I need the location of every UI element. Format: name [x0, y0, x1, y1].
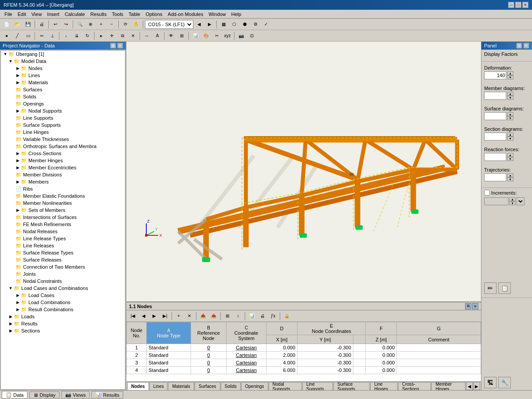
menu-help[interactable]: Help — [229, 11, 244, 18]
table-print-btn[interactable]: 🖨 — [258, 311, 267, 321]
member-hinges-expand[interactable]: ▶ — [15, 158, 20, 163]
filter-tool[interactable]: ⊞ — [177, 31, 187, 41]
increments-dropdown[interactable]: ▼ — [516, 197, 524, 205]
zoom-out-button[interactable]: − — [107, 20, 117, 29]
tree-materials[interactable]: ▶ 📁 Materials — [1, 79, 125, 86]
deformation-down[interactable]: ▼ — [507, 75, 513, 79]
panel-view-btn[interactable]: 🏗 — [484, 377, 497, 388]
moment-tool[interactable]: ↻ — [82, 31, 92, 41]
annotation-tool[interactable]: A — [153, 31, 162, 41]
table-row[interactable]: 3 Standard 0 Cartesian 4.000 -0.300 0.00… — [127, 359, 481, 367]
panel-model-btn[interactable]: 🔧 — [498, 377, 511, 388]
table-export-btn[interactable]: 📤 — [209, 311, 219, 321]
tree-line-supports[interactable]: 📁 Line Supports — [1, 114, 125, 121]
tree-nodal-releases[interactable]: 📁 Nodal Releases — [1, 228, 125, 235]
nav-tab-data[interactable]: 📋 Data — [2, 391, 27, 399]
table-next-btn[interactable]: ▶ — [149, 311, 159, 321]
tree-surface-supports[interactable]: 📁 Surface Supports — [1, 121, 125, 129]
table-excel-btn[interactable]: 📊 — [247, 311, 257, 321]
table-lock-btn[interactable]: 🔒 — [282, 311, 292, 321]
copy-tool[interactable]: ⧉ — [117, 31, 127, 41]
color-btn[interactable]: 🎨 — [201, 31, 211, 41]
visibility-tool[interactable]: 👁 — [166, 31, 176, 41]
table-row[interactable]: 4 Standard 0 Cartesian 6.000 -0.300 0.00… — [127, 367, 481, 374]
table-delete-btn[interactable]: ✕ — [184, 311, 194, 321]
views-btn[interactable]: ⊡ — [247, 31, 257, 41]
delete-tool[interactable]: ✕ — [128, 31, 138, 41]
panel-undock[interactable]: ⧉ — [516, 43, 522, 49]
result-comb-expand[interactable]: ▶ — [15, 307, 20, 312]
increments-up[interactable]: ▲ — [509, 197, 516, 201]
tree-load-cases-combo[interactable]: ▼ 📁 Load Cases and Combinations — [1, 285, 125, 292]
table-first-btn[interactable]: |◀ — [128, 311, 138, 321]
load-comb-expand[interactable]: ▶ — [15, 300, 20, 305]
tree-member-elastic[interactable]: 📁 Member Elastic Foundations — [1, 192, 125, 200]
panel-settings-btn[interactable]: 📋 — [498, 282, 511, 294]
select-tool[interactable]: ▸ — [96, 31, 106, 41]
close-button[interactable]: ✕ — [522, 2, 528, 8]
tree-members[interactable]: ▶ 📁 Members — [1, 178, 125, 185]
lines-expand[interactable]: ▶ — [15, 73, 20, 78]
tree-lines[interactable]: ▶ 📁 Lines — [1, 72, 125, 79]
section-diagrams-input[interactable] — [484, 133, 506, 141]
load-cases-combo-expand[interactable]: ▼ — [8, 286, 13, 291]
maximize-button[interactable]: □ — [515, 2, 521, 8]
calc-button[interactable]: ⚙ — [250, 20, 260, 29]
load-cases-expand[interactable]: ▶ — [15, 293, 20, 298]
table-filter-btn[interactable]: ⊞ — [223, 311, 232, 321]
table-row[interactable]: 1 Standard 0 Cartesian 0.000 -0.300 0.00… — [127, 344, 481, 352]
increments-input[interactable] — [484, 197, 509, 205]
tree-ribs[interactable]: 📄 Ribs — [1, 185, 125, 192]
tab-materials[interactable]: Materials — [168, 382, 194, 390]
coord-btn[interactable]: xyz — [223, 31, 232, 41]
tree-orthotropic[interactable]: 📁 Orthotropic Surfaces and Membra — [1, 143, 125, 150]
tree-result-combinations[interactable]: ▶ 📁 Result Combinations — [1, 306, 125, 313]
menu-table[interactable]: Table — [126, 11, 143, 18]
sections-expand[interactable]: ▶ — [8, 328, 13, 333]
tree-results[interactable]: ▶ 📁 Results — [1, 320, 125, 327]
tree-sets-members[interactable]: ▶ 📁 Sets of Members — [1, 207, 125, 214]
section-diagrams-up[interactable]: ▲ — [507, 133, 513, 137]
dimension-tool[interactable]: ↔ — [142, 31, 152, 41]
save-button[interactable]: 💾 — [23, 20, 33, 29]
tabs-scroll-right[interactable]: ▶ — [473, 382, 480, 390]
tree-surface-release-types[interactable]: 📁 Surface Release Types — [1, 249, 125, 256]
load-tool[interactable]: ↓ — [61, 31, 71, 41]
panel-edit-btn[interactable]: ✏ — [484, 282, 497, 294]
reaction-forces-down[interactable]: ▼ — [507, 157, 513, 161]
support-tool[interactable]: ⊥ — [47, 31, 57, 41]
tab-nodes[interactable]: Nodes — [127, 382, 149, 390]
zoom-in-button[interactable]: + — [96, 20, 106, 29]
tree-loads[interactable]: ▶ 📁 Loads — [1, 313, 125, 320]
root-expand[interactable]: ▼ — [3, 51, 8, 57]
cross-sections-expand[interactable]: ▶ — [15, 151, 20, 156]
model-data-expand[interactable]: ▼ — [8, 59, 13, 64]
new-button[interactable]: 📄 — [2, 20, 12, 29]
menu-options[interactable]: Options — [143, 11, 165, 18]
menu-addon[interactable]: Add-on Modules — [165, 11, 206, 18]
tree-line-hinges[interactable]: 📁 Line Hinges — [1, 129, 125, 136]
surface-diagrams-up[interactable]: ▲ — [507, 112, 513, 116]
nav-close[interactable]: ✕ — [117, 43, 123, 49]
move-tool[interactable]: ✛ — [107, 31, 117, 41]
tree-sections[interactable]: ▶ 📁 Sections — [1, 327, 125, 334]
check-button[interactable]: ✓ — [261, 20, 271, 29]
section-btn[interactable]: ✂ — [212, 31, 222, 41]
table-prev-btn[interactable]: ◀ — [139, 311, 149, 321]
member-diagrams-up[interactable]: ▲ — [507, 92, 513, 96]
tree-line-releases[interactable]: 📁 Line Releases — [1, 242, 125, 249]
trajectories-up[interactable]: ▲ — [507, 173, 513, 177]
surface-diagrams-down[interactable]: ▼ — [507, 116, 513, 120]
member-ecc-expand[interactable]: ▶ — [15, 165, 20, 170]
loads-expand[interactable]: ▶ — [8, 314, 13, 319]
camera-btn[interactable]: 📷 — [236, 31, 246, 41]
table-sort-btn[interactable]: ↕ — [233, 311, 243, 321]
distributed-load-tool[interactable]: ⇊ — [72, 31, 82, 41]
menu-view[interactable]: View — [29, 11, 45, 18]
tab-member-hinges[interactable]: Member Hinges — [431, 382, 466, 390]
combo-next[interactable]: ▶ — [205, 20, 215, 29]
nav-tab-display[interactable]: 🖥 Display — [29, 391, 59, 399]
table-undock[interactable]: ⧉ — [465, 303, 471, 309]
tree-cross-sections[interactable]: ▶ 📁 Cross-Sections — [1, 150, 125, 157]
pan-button[interactable]: ✋ — [131, 20, 141, 29]
